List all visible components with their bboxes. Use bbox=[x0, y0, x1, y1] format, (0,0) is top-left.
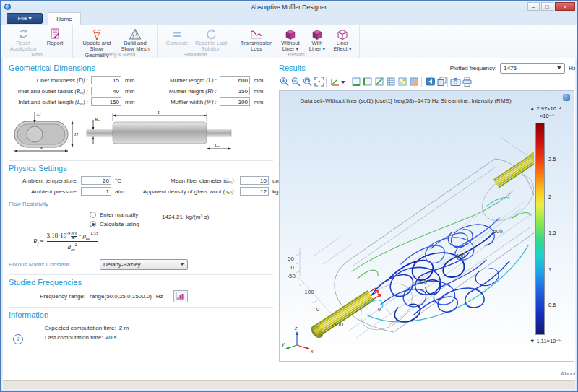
report-icon bbox=[48, 27, 62, 40]
without-liner-button[interactable]: Without Liner ▾ bbox=[276, 27, 305, 53]
status-bar bbox=[3, 380, 575, 389]
zoom-out-icon[interactable] bbox=[292, 78, 300, 86]
glass-wool-density-input[interactable] bbox=[240, 187, 269, 196]
info-value: 40 s bbox=[105, 334, 116, 341]
compute-button[interactable]: Compute bbox=[161, 27, 193, 46]
info-label: Expected computation time: bbox=[45, 325, 116, 331]
with-liner-button[interactable]: With Liner ▾ bbox=[305, 27, 329, 53]
about-link[interactable]: About bbox=[561, 370, 575, 377]
chevron-down-icon bbox=[180, 263, 184, 266]
inlet-outlet-radius-input[interactable] bbox=[91, 87, 121, 95]
colorbar-tick: 0.5 bbox=[548, 302, 556, 308]
transparency-icon[interactable] bbox=[410, 78, 418, 85]
colorbar-tick: 1 bbox=[548, 266, 551, 273]
zoom-in-icon[interactable] bbox=[280, 78, 288, 86]
print-icon[interactable] bbox=[463, 77, 471, 87]
button-label: Compute bbox=[166, 40, 188, 46]
go-to-zx-view-icon[interactable] bbox=[376, 78, 383, 85]
svg-text:200: 200 bbox=[417, 279, 427, 285]
ribbon-tabs-row: File ▾ Home bbox=[1, 12, 577, 25]
mean-fiber-diameter-input[interactable] bbox=[240, 176, 269, 185]
enter-manually-radio[interactable] bbox=[90, 212, 96, 218]
ribbon-group-results: Transmission Loss Without Liner ▾ With L… bbox=[233, 25, 360, 58]
liner-thickness-input[interactable] bbox=[91, 76, 121, 84]
svg-text:100: 100 bbox=[304, 289, 314, 295]
info-value: 2 m bbox=[119, 325, 129, 331]
unit-label: mm bbox=[253, 99, 272, 105]
geometry-icon bbox=[90, 27, 104, 40]
inlet-outlet-length-input[interactable] bbox=[91, 97, 121, 106]
minimize-button[interactable]: – bbox=[527, 2, 540, 11]
muffler-height-input[interactable] bbox=[220, 87, 250, 95]
button-label: Build and Show Mesh bbox=[118, 40, 152, 53]
button-label: Without Liner ▾ bbox=[277, 40, 303, 53]
svg-text:-50: -50 bbox=[287, 273, 296, 279]
copy-image-icon[interactable] bbox=[438, 77, 446, 86]
build-show-mesh-button[interactable]: Build and Show Mesh bbox=[117, 27, 153, 53]
reset-application-button[interactable]: Reset Application bbox=[5, 27, 41, 53]
svg-text:y: y bbox=[281, 341, 285, 347]
frequency-range-value[interactable]: range(50.0,25.0,1500.0) bbox=[90, 293, 152, 300]
section-results: Results bbox=[279, 64, 306, 72]
svg-text:Rᵢₒ: Rᵢₒ bbox=[94, 116, 100, 122]
ambient-pressure-input[interactable] bbox=[81, 187, 111, 196]
maximize-button[interactable]: □ bbox=[541, 2, 553, 11]
graphics-menu-icon[interactable] bbox=[563, 94, 570, 101]
ambient-temperature-input[interactable] bbox=[81, 176, 111, 185]
animate-icon[interactable] bbox=[426, 78, 435, 86]
group-label: Main bbox=[1, 52, 72, 57]
button-label: Liner Effect ▾ bbox=[331, 40, 354, 53]
muffler-wireframe bbox=[335, 159, 534, 339]
ribbon-group-geometry-mesh: Update and Show Geometry Build and Show … bbox=[73, 25, 158, 58]
info-label: Last computation time: bbox=[45, 334, 103, 341]
window-title: Absorptive Muffler Designer bbox=[1, 4, 577, 11]
muffler-length-input[interactable] bbox=[220, 76, 250, 84]
go-to-xy-view-icon[interactable] bbox=[353, 78, 360, 85]
geometry-fields: Liner thickness (D) : mm Muffler length … bbox=[9, 76, 273, 106]
muffler-width-input[interactable] bbox=[220, 97, 250, 106]
button-label: Transmission Loss bbox=[238, 40, 275, 53]
tab-home[interactable]: Home bbox=[48, 12, 81, 25]
settings-panel: Geometrical Dimensions Liner thickness (… bbox=[9, 62, 273, 345]
muffler-3d-plot[interactable]: 0 200 400 600 100 0 -100 50 0 -50 bbox=[280, 91, 534, 362]
colorbar-min: ▼ 1.11×10⁻⁵ bbox=[530, 338, 561, 344]
plotted-frequency-select[interactable]: 1475 bbox=[500, 63, 565, 74]
button-label: Reset Application bbox=[7, 40, 40, 53]
liner-effect-button[interactable]: Liner Effect ▾ bbox=[329, 27, 355, 53]
show-grid-icon[interactable] bbox=[387, 78, 394, 85]
graphics-canvas[interactable]: Data set=Without liner (sol1) [dset1] fr… bbox=[279, 90, 574, 362]
file-menu-button[interactable]: File ▾ bbox=[7, 13, 43, 24]
flow-resistivity-heading: Flow Resistivity bbox=[9, 201, 273, 207]
cube-icon bbox=[310, 27, 324, 40]
transmission-loss-button[interactable]: Transmission Loss bbox=[237, 27, 276, 53]
button-label: Report bbox=[47, 40, 64, 46]
scene-light-icon[interactable] bbox=[399, 78, 406, 85]
field-label: Liner thickness (D) : bbox=[9, 77, 88, 84]
radio-label: Enter manually bbox=[100, 212, 138, 218]
field-label: Muffler height (H) : bbox=[142, 88, 217, 95]
plotted-frequency-label: Plotted frequency: bbox=[450, 65, 496, 71]
calculate-using-radio[interactable] bbox=[90, 221, 96, 227]
reset-to-last-solution-button[interactable]: Reset to Last Solution bbox=[193, 27, 229, 53]
close-button[interactable]: × bbox=[555, 2, 575, 11]
range-edit-button[interactable] bbox=[173, 290, 188, 302]
colorbar-gradient bbox=[535, 123, 545, 335]
mesh-icon bbox=[128, 27, 142, 40]
porous-matrix-label: Porous Matrix Constant bbox=[9, 261, 81, 268]
button-label: With Liner ▾ bbox=[306, 40, 328, 53]
porous-matrix-select[interactable]: Delany-Bazley bbox=[100, 259, 188, 270]
unit-label: mm bbox=[253, 77, 272, 84]
go-to-default-view-icon[interactable] bbox=[332, 79, 345, 85]
zoom-box-icon[interactable] bbox=[303, 78, 311, 86]
svg-text:x: x bbox=[310, 349, 314, 354]
zoom-extents-icon[interactable] bbox=[315, 77, 324, 86]
report-button[interactable]: Report bbox=[41, 27, 69, 46]
frequency-range-unit: Hz bbox=[156, 293, 163, 300]
section-studied-frequencies: Studied Frequencies bbox=[9, 278, 273, 287]
colorbar-tick: 2 bbox=[548, 193, 551, 200]
go-to-yz-view-icon[interactable] bbox=[364, 78, 371, 85]
selected-value: 1475 bbox=[504, 65, 517, 71]
range-icon bbox=[176, 292, 185, 300]
image-snapshot-icon[interactable] bbox=[451, 78, 460, 86]
colorbar-max: ▲ 2.97×10⁻⁴ bbox=[530, 105, 561, 112]
